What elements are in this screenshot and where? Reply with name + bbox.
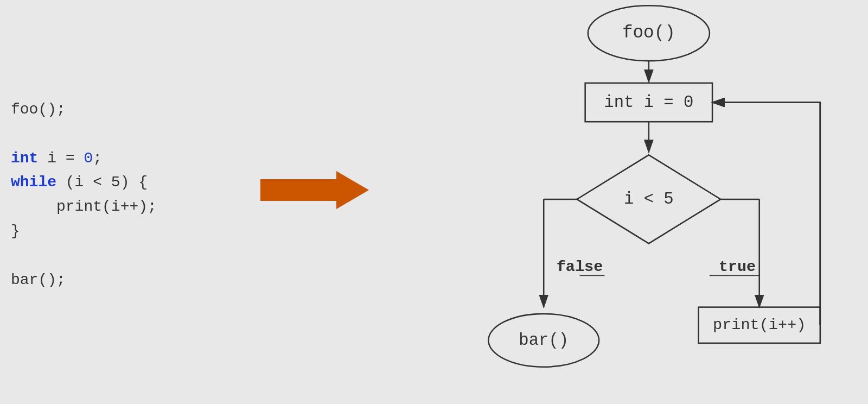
- node-init: int i = 0: [604, 93, 693, 112]
- code-line-blank2: [11, 244, 157, 268]
- flowchart: foo() int i = 0 i < 5 false true bar() p…: [380, 0, 868, 404]
- code-line-3: int i = 0;: [11, 147, 157, 171]
- code-line-5: print(i++);: [11, 195, 157, 219]
- node-bar: bar(): [519, 331, 569, 350]
- code-line-4: while (i < 5) {: [11, 171, 157, 195]
- code-line-blank1: [11, 122, 157, 147]
- label-false: false: [557, 258, 603, 276]
- node-foo: foo(): [622, 23, 675, 43]
- code-line-7: bar();: [11, 268, 157, 293]
- label-true: true: [719, 258, 756, 276]
- svg-marker-0: [260, 171, 369, 209]
- code-line-6: }: [11, 219, 157, 244]
- transform-arrow: [260, 168, 369, 214]
- node-print: print(i++): [713, 316, 806, 334]
- code-panel: foo(); int i = 0; while (i < 5) { print(…: [11, 98, 157, 292]
- node-condition: i < 5: [624, 190, 674, 209]
- code-line-1: foo();: [11, 98, 157, 122]
